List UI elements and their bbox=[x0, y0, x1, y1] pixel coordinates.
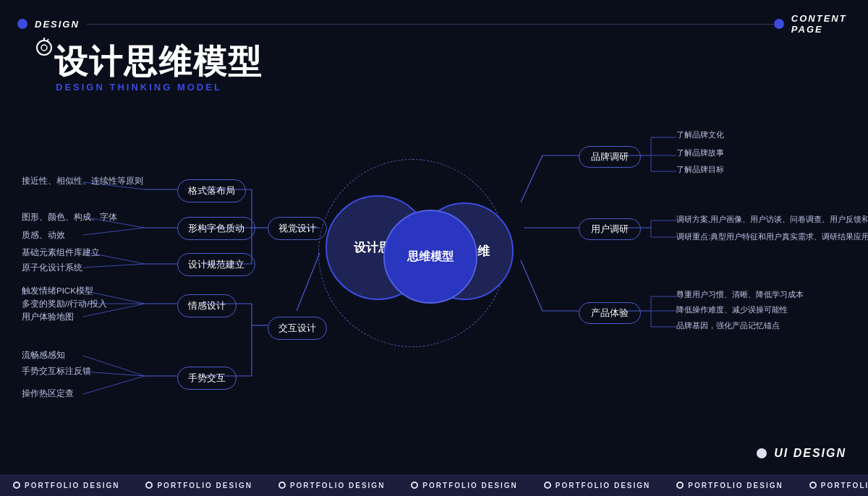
brand-culture-text: 了解品牌文化 bbox=[676, 129, 724, 140]
svg-line-30 bbox=[83, 376, 145, 394]
footer-dot-2 bbox=[145, 482, 153, 489]
product-exp-item2: 降低操作难度、减少误操可能性 bbox=[676, 304, 788, 315]
quality-anim-text: 质感、动效 bbox=[22, 230, 65, 241]
user-research-node: 用户调研 bbox=[579, 218, 641, 240]
footer-item-2: PORTFOLIO DESIGN bbox=[132, 482, 265, 489]
brand-goal-text: 了解品牌目标 bbox=[676, 164, 724, 175]
user-research-item1: 调研方案,用户画像、用户访谈、问卷调查、用户反馈和数据分析 bbox=[676, 214, 868, 225]
user-research-item2: 调研重点:典型用户特征和用户真实需求、调研结果应用 bbox=[676, 231, 868, 242]
svg-line-18 bbox=[297, 253, 320, 311]
gesture-interaction-node: 手势交互 bbox=[177, 367, 237, 390]
footer-dot-5 bbox=[544, 482, 551, 489]
svg-line-17 bbox=[83, 264, 145, 268]
thinking-model-circle: 思维模型 bbox=[383, 210, 477, 304]
footer-item-7: PORTFOLIO DESIGN bbox=[796, 482, 868, 489]
design-dot bbox=[17, 19, 27, 29]
svg-line-29 bbox=[83, 372, 145, 376]
atomic-design-text: 原子化设计系统 bbox=[22, 262, 82, 273]
emotion-design-node: 情感设计 bbox=[177, 294, 237, 317]
title-icon bbox=[33, 38, 56, 61]
content-dot bbox=[774, 19, 784, 29]
product-exp-item3: 品牌基因，强化产品记忆锚点 bbox=[676, 320, 780, 331]
main-title-cn: 设计思维模型 bbox=[54, 43, 263, 80]
interaction-design-node: 交互设计 bbox=[268, 317, 327, 340]
pick-model-text: 触发情绪PICK模型 bbox=[22, 286, 93, 296]
format-layout-node: 格式落布局 bbox=[177, 179, 246, 202]
svg-line-3 bbox=[47, 39, 48, 41]
ui-design-text: UI DESIGN bbox=[774, 447, 846, 460]
visual-design-node: 视觉设计 bbox=[268, 217, 327, 240]
footer-item-1: PORTFOLIO DESIGN bbox=[0, 482, 132, 489]
design-label: DESIGN bbox=[35, 19, 80, 30]
product-exp-item1: 尊重用户习惯、清晰、降低学习成本 bbox=[676, 289, 804, 300]
footer-ticker: PORTFOLIO DESIGN PORTFOLIO DESIGN PORTFO… bbox=[0, 474, 868, 496]
svg-line-45 bbox=[521, 260, 542, 311]
design-spec-node: 设计规范建立 bbox=[177, 253, 255, 276]
footer-dot-6 bbox=[676, 482, 684, 489]
center-circles: 设计思维 思维模型 产品思维 bbox=[318, 159, 506, 347]
header: DESIGN CONTENT PAGE bbox=[0, 0, 868, 35]
page-title-area: 设计思维模型 DESIGN THINKING MODEL bbox=[40, 43, 263, 93]
ui-design-label: UI DESIGN bbox=[757, 447, 846, 460]
svg-line-28 bbox=[83, 356, 145, 376]
svg-line-31 bbox=[521, 155, 542, 202]
footer-items: PORTFOLIO DESIGN PORTFOLIO DESIGN PORTFO… bbox=[0, 482, 868, 489]
hotzone-text: 操作热区定查 bbox=[22, 388, 74, 399]
footer-dot-7 bbox=[809, 482, 817, 489]
svg-point-0 bbox=[37, 40, 51, 55]
main-title-en: DESIGN THINKING MODEL bbox=[56, 82, 263, 93]
footer-item-6: PORTFOLIO DESIGN bbox=[663, 482, 796, 489]
footer-item-5: PORTFOLIO DESIGN bbox=[531, 482, 663, 489]
footer-dot-4 bbox=[411, 482, 418, 489]
header-left: DESIGN bbox=[17, 19, 774, 30]
header-divider bbox=[87, 24, 774, 25]
component-lib-text: 基础元素组件库建立 bbox=[22, 247, 100, 258]
svg-line-14 bbox=[83, 228, 145, 235]
proximity-text: 接近性、相似性、连续性等原则 bbox=[22, 176, 143, 187]
svg-point-1 bbox=[41, 45, 47, 51]
footer-item-4: PORTFOLIO DESIGN bbox=[398, 482, 530, 489]
ui-design-dot bbox=[757, 448, 767, 458]
ux-map-text: 用户体验地图 bbox=[22, 312, 74, 322]
flow-smooth-text: 流畅感感知 bbox=[22, 350, 65, 361]
reward-text: 多变的奖励//行动/投入 bbox=[22, 299, 107, 309]
content-page-label: CONTENT PAGE bbox=[791, 13, 851, 35]
footer-dot-3 bbox=[278, 482, 286, 489]
brand-story-text: 了解品牌故事 bbox=[676, 147, 724, 158]
product-experience-node: 产品体验 bbox=[579, 302, 641, 324]
gesture-feedback-text: 手势交互标注反馈 bbox=[22, 366, 91, 377]
footer-item-3: PORTFOLIO DESIGN bbox=[265, 482, 398, 489]
shape-color-node: 形构字色质动 bbox=[177, 217, 255, 240]
header-right: CONTENT PAGE bbox=[774, 13, 851, 35]
graphic-color-text: 图形、颜色、构成、字体 bbox=[22, 212, 117, 223]
brand-research-node: 品牌调研 bbox=[579, 146, 641, 168]
footer-dot-1 bbox=[13, 482, 20, 489]
